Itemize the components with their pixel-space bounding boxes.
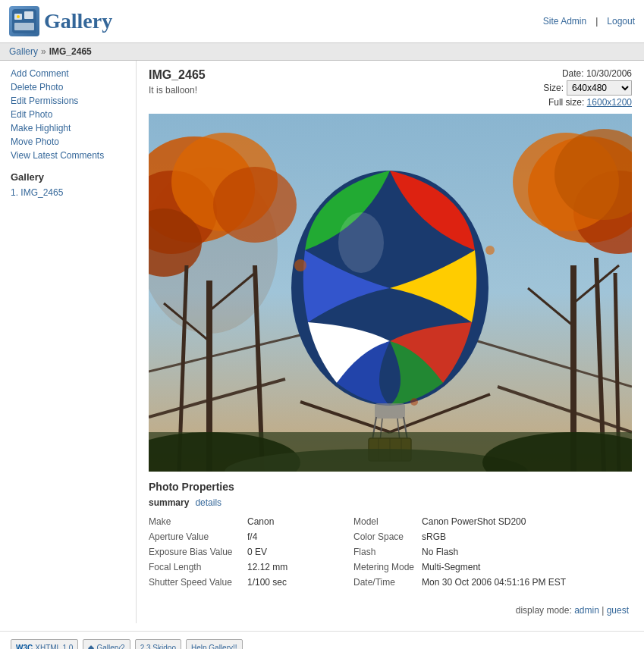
prop-value-focal-length: 12.12 mm: [247, 560, 338, 575]
sidebar-item-view-latest-comments[interactable]: View Latest Comments: [11, 150, 125, 161]
header-right: Site Admin | Logout: [543, 16, 635, 27]
sidebar-item-move-photo[interactable]: Move Photo: [11, 136, 125, 147]
header-sep: |: [595, 16, 598, 27]
prop-name-model: Model: [338, 514, 422, 529]
header: Gallery Site Admin | Logout: [0, 0, 644, 43]
badge-help-label: Help Gallery!!: [191, 644, 237, 650]
admin-mode-link[interactable]: admin: [574, 605, 599, 616]
svg-point-52: [410, 398, 418, 406]
sidebar-item-edit-permissions[interactable]: Edit Permissions: [11, 96, 125, 106]
prop-value-datetime: Mon 30 Oct 2006 04:51:16 PM EST: [422, 575, 573, 590]
fullsize-label: Full size:: [548, 97, 584, 108]
tab-details[interactable]: details: [195, 497, 221, 508]
sidebar-item-edit-photo[interactable]: Edit Photo: [11, 109, 125, 120]
svg-point-11: [213, 167, 297, 243]
sidebar-item-make-highlight[interactable]: Make Highlight: [11, 123, 125, 133]
table-row: Shutter Speed Value 1/100 sec Date/Time …: [149, 575, 573, 590]
prop-name-focal-length: Focal Length: [149, 560, 247, 575]
site-admin-link[interactable]: Site Admin: [543, 16, 586, 27]
nav-current: IMG_2465: [49, 46, 92, 57]
prop-name-colorspace: Color Space: [338, 529, 422, 544]
prop-value-colorspace: sRGB: [422, 529, 573, 544]
prop-name-metering-mode: Metering Mode: [338, 560, 422, 575]
props-tabs: summary details: [149, 497, 632, 508]
badge-xhtml-label: XHTML 1.0: [35, 644, 73, 650]
photo-meta: Date: 10/30/2006 Size: 640x480 1600x1200…: [543, 68, 632, 108]
badge-skidoo[interactable]: 2.3 Skidoo: [135, 639, 181, 649]
photo-properties-title: Photo Properties: [149, 481, 632, 493]
sidebar: Add Comment Delete Photo Edit Permission…: [0, 61, 137, 623]
prop-value-metering-mode: Multi-Segment: [422, 560, 573, 575]
badge-xhtml[interactable]: W3C XHTML 1.0: [11, 639, 78, 649]
table-row: Exposure Bias Value 0 EV Flash No Flash: [149, 544, 573, 560]
tab-summary[interactable]: summary: [149, 497, 189, 508]
sidebar-gallery-section-title: Gallery: [11, 171, 125, 183]
logo: Gallery: [9, 6, 112, 36]
date-label: Date:: [562, 68, 584, 79]
photo-size-row: Size: 640x480 1600x1200: [543, 80, 632, 96]
prop-name-shutter-speed: Shutter Speed Value: [149, 575, 247, 590]
prop-name-exposure-bias: Exposure Bias Value: [149, 544, 247, 560]
badge-gallery2-label: Gallery2: [96, 644, 124, 650]
navbar: Gallery » IMG_2465: [0, 43, 644, 61]
badge-skidoo-label: 2.3 Skidoo: [140, 644, 176, 650]
prop-value-flash: No Flash: [422, 544, 573, 560]
balloon-scene-svg: [149, 114, 632, 472]
svg-point-50: [294, 259, 306, 271]
photo-properties: Photo Properties summary details Make Ca…: [149, 481, 632, 590]
date-value: 10/30/2006: [586, 68, 632, 79]
badge-gallery2[interactable]: ◆ Gallery2: [83, 639, 130, 649]
prop-value-model: Canon PowerShot SD200: [422, 514, 573, 529]
prop-value-make: Canon: [247, 514, 338, 529]
content: Add Comment Delete Photo Edit Permission…: [0, 61, 644, 623]
logo-icon: [9, 6, 39, 36]
photo-container: [149, 114, 632, 472]
photo-fullsize-row: Full size: 1600x1200: [543, 97, 632, 108]
photo-date-row: Date: 10/30/2006: [543, 68, 632, 79]
prop-value-shutter-speed: 1/100 sec: [247, 575, 338, 590]
badge-xhtml-icon: W3C: [16, 644, 33, 650]
sidebar-item-add-comment[interactable]: Add Comment: [11, 68, 125, 79]
table-row: Focal Length 12.12 mm Metering Mode Mult…: [149, 560, 573, 575]
fullsize-link[interactable]: 1600x1200: [587, 97, 632, 108]
table-row: Make Canon Model Canon PowerShot SD200: [149, 514, 573, 529]
display-mode-label: display mode:: [516, 605, 572, 616]
size-select[interactable]: 640x480 1600x1200: [567, 80, 632, 96]
svg-rect-3: [14, 23, 34, 30]
svg-point-4: [17, 15, 20, 18]
size-label: Size:: [543, 83, 564, 93]
photo-description: It is balloon!: [149, 85, 206, 96]
gallery-nav-link[interactable]: Gallery: [9, 46, 38, 57]
sidebar-gallery-item-img2465[interactable]: 1. IMG_2465: [11, 187, 63, 198]
badge-gallery2-icon: ◆: [88, 644, 94, 650]
logout-link[interactable]: Logout: [607, 16, 635, 27]
logo-text: Gallery: [44, 9, 112, 33]
photo-title: IMG_2465: [149, 68, 206, 82]
table-row: Aperture Value f/4 Color Space sRGB: [149, 529, 573, 544]
props-table: Make Canon Model Canon PowerShot SD200 A…: [149, 514, 573, 590]
prop-value-aperture: f/4: [247, 529, 338, 544]
footer-separator: |: [602, 605, 604, 616]
svg-point-36: [338, 212, 384, 273]
main-content: IMG_2465 It is balloon! Date: 10/30/2006…: [137, 61, 644, 623]
badge-help[interactable]: Help Gallery!!: [186, 639, 243, 649]
photo-title-area: IMG_2465 It is balloon!: [149, 68, 206, 96]
nav-separator: »: [41, 46, 46, 57]
bottom-badges: W3C XHTML 1.0 ◆ Gallery2 2.3 Skidoo Help…: [0, 631, 644, 649]
display-footer: display mode: admin | guest: [149, 605, 632, 616]
guest-mode-link[interactable]: guest: [607, 605, 629, 616]
photo-header: IMG_2465 It is balloon! Date: 10/30/2006…: [149, 68, 632, 108]
svg-rect-2: [24, 11, 33, 19]
svg-rect-37: [375, 403, 405, 419]
prop-name-datetime: Date/Time: [338, 575, 422, 590]
prop-name-make: Make: [149, 514, 247, 529]
prop-value-exposure-bias: 0 EV: [247, 544, 338, 560]
prop-name-aperture: Aperture Value: [149, 529, 247, 544]
sidebar-item-delete-photo[interactable]: Delete Photo: [11, 82, 125, 92]
prop-name-flash: Flash: [338, 544, 422, 560]
svg-point-51: [485, 246, 495, 255]
photo-scene: [149, 114, 632, 472]
